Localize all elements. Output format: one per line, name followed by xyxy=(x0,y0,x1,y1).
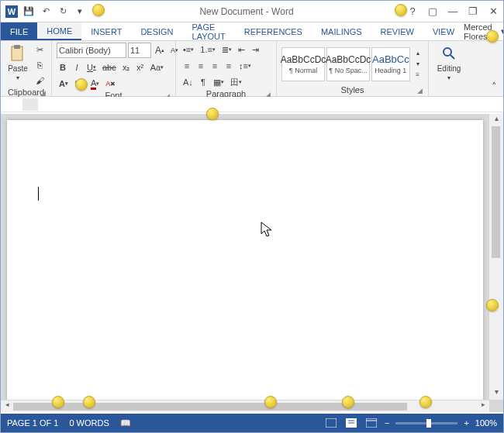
style-normal[interactable]: AaBbCcDc¶ Normal xyxy=(281,47,325,81)
bullets-button[interactable]: •≡▾ xyxy=(181,43,196,57)
style-no-spacing[interactable]: AaBbCcDc¶ No Spac... xyxy=(326,47,370,81)
save-button[interactable]: 💾 xyxy=(21,4,36,19)
view-web-layout[interactable] xyxy=(364,417,378,429)
document-page[interactable] xyxy=(7,120,483,412)
multilevel-list-button[interactable]: ≣▾ xyxy=(219,43,234,57)
styles-row-up[interactable]: ▴ xyxy=(412,48,424,59)
italic-button[interactable]: I xyxy=(71,60,83,74)
paste-button[interactable]: Paste ▾ xyxy=(5,43,30,83)
view-read-mode[interactable] xyxy=(324,417,338,429)
group-clipboard: Paste ▾ ✂ ⎘ 🖌 Clipboard◢ xyxy=(1,41,52,96)
text-effects-button[interactable]: A▾ xyxy=(57,77,71,91)
svg-text:W: W xyxy=(8,7,16,16)
tab-mailings[interactable]: MAILINGS xyxy=(312,22,371,40)
shading-button[interactable]: ▦▾ xyxy=(211,75,226,89)
align-center-button[interactable]: ≡ xyxy=(195,59,207,73)
clipboard-launcher[interactable]: ◢ xyxy=(39,89,47,97)
group-styles: AaBbCcDc¶ Normal AaBbCcDc¶ No Spac... Aa… xyxy=(277,41,429,96)
status-page[interactable]: PAGE 1 OF 1 xyxy=(7,418,58,428)
editing-button[interactable]: Editing ▾ xyxy=(436,43,463,83)
zoom-out-button[interactable]: − xyxy=(385,418,389,428)
justify-button[interactable]: ≡ xyxy=(223,59,235,73)
clear-formatting-button[interactable]: A✖ xyxy=(103,77,118,91)
font-size-combo[interactable] xyxy=(128,43,151,58)
group-paragraph: •≡▾ 1.≡▾ ≣▾ ⇤ ⇥ ≡ ≡ ≡ ≡ ↕≡▾ A↓ ¶ ▦▾ 田▾ P… xyxy=(176,41,277,96)
tab-home[interactable]: HOME xyxy=(37,22,81,40)
increase-indent-button[interactable]: ⇥ xyxy=(250,43,262,57)
align-left-button[interactable]: ≡ xyxy=(181,59,193,73)
sort-button[interactable]: A↓ xyxy=(181,75,195,89)
close-button[interactable]: ✕ xyxy=(486,5,500,17)
paste-icon xyxy=(7,44,29,63)
tab-review[interactable]: REVIEW xyxy=(371,22,423,40)
scroll-down-arrow[interactable]: ▾ xyxy=(489,387,503,400)
quick-access-toolbar: W 💾 ↶ ↻ ▾ xyxy=(4,4,88,19)
undo-button[interactable]: ↶ xyxy=(38,4,54,19)
svg-rect-6 xyxy=(326,418,337,428)
zoom-in-button[interactable]: + xyxy=(464,418,468,428)
ruler-horizontal[interactable] xyxy=(1,97,503,112)
tab-file[interactable]: FILE xyxy=(1,22,37,40)
group-font: A▴ A▾ B I U▾ abc x₂ x² Aa▾ A▾ ✎▾ A▾ A✖ F… xyxy=(52,41,176,96)
text-cursor xyxy=(38,187,39,201)
show-hide-button[interactable]: ¶ xyxy=(197,75,209,89)
styles-row-down[interactable]: ▾ xyxy=(412,59,424,70)
redo-button[interactable]: ↻ xyxy=(55,4,71,19)
document-area: ▴ ▾ ◂ ▸ xyxy=(1,114,503,412)
tab-page-layout[interactable]: PAGE LAYOUT xyxy=(183,22,235,40)
paste-label: Paste xyxy=(8,64,28,73)
cut-button[interactable]: ✂ xyxy=(33,43,47,57)
window-buttons: ? ▢ — ❐ ✕ xyxy=(406,5,500,17)
scroll-up-arrow[interactable]: ▴ xyxy=(489,114,503,126)
zoom-percentage[interactable]: 100% xyxy=(475,418,497,428)
align-right-button[interactable]: ≡ xyxy=(209,59,221,73)
word-icon[interactable]: W xyxy=(4,4,19,19)
copy-button[interactable]: ⎘ xyxy=(33,58,47,72)
ribbon-display-options[interactable]: ▢ xyxy=(426,5,440,17)
grow-font-button[interactable]: A▴ xyxy=(153,43,167,57)
vertical-scrollbar[interactable]: ▴ ▾ xyxy=(489,114,503,400)
ribbon-tabs: FILE HOME INSERT DESIGN PAGE LAYOUT REFE… xyxy=(1,22,503,41)
svg-point-4 xyxy=(444,48,451,56)
borders-button[interactable]: 田▾ xyxy=(228,75,244,89)
tab-insert[interactable]: INSERT xyxy=(81,22,131,40)
horizontal-scrollbar[interactable]: ◂ ▸ xyxy=(1,400,489,412)
qat-customize[interactable]: ▾ xyxy=(72,4,88,19)
tab-design[interactable]: DESIGN xyxy=(131,22,182,40)
svg-rect-10 xyxy=(366,418,377,428)
zoom-slider[interactable] xyxy=(395,422,457,424)
styles-launcher[interactable]: ◢ xyxy=(416,87,423,95)
status-bar: PAGE 1 OF 1 0 WORDS 📖 − + 100% xyxy=(1,414,503,432)
format-painter-button[interactable]: 🖌 xyxy=(33,74,47,88)
decrease-indent-button[interactable]: ⇤ xyxy=(236,43,248,57)
line-spacing-button[interactable]: ↕≡▾ xyxy=(236,59,254,73)
font-name-combo[interactable] xyxy=(57,43,126,58)
font-color-button[interactable]: A▾ xyxy=(88,77,102,91)
tab-references[interactable]: REFERENCES xyxy=(235,22,312,40)
underline-button[interactable]: U▾ xyxy=(85,60,98,74)
styles-group-label: Styles xyxy=(341,85,364,95)
styles-more[interactable]: ≡ xyxy=(412,70,424,81)
superscript-button[interactable]: x² xyxy=(134,60,147,74)
tab-view[interactable]: VIEW xyxy=(423,22,464,40)
status-word-count[interactable]: 0 WORDS xyxy=(69,418,109,428)
change-case-button[interactable]: Aa▾ xyxy=(148,60,166,74)
editing-label: Editing xyxy=(437,64,461,73)
strikethrough-button[interactable]: abc xyxy=(100,60,119,74)
svg-rect-3 xyxy=(14,45,20,49)
status-proofing-icon[interactable]: 📖 xyxy=(120,418,131,428)
numbering-button[interactable]: 1.≡▾ xyxy=(198,43,218,57)
group-editing: Editing ▾ xyxy=(429,41,469,96)
title-bar: W 💾 ↶ ↻ ▾ New Document - Word ? ▢ — ❐ ✕ xyxy=(1,1,503,22)
help-button[interactable]: ? xyxy=(406,5,419,17)
restore-button[interactable]: ❐ xyxy=(466,5,480,17)
style-heading-1[interactable]: AaBbCcHeading 1 xyxy=(371,47,410,81)
svg-line-5 xyxy=(450,55,454,59)
bold-button[interactable]: B xyxy=(57,60,69,74)
window-title: New Document - Word xyxy=(88,6,406,17)
view-print-layout[interactable] xyxy=(344,417,358,429)
minimize-button[interactable]: — xyxy=(446,5,460,17)
collapse-ribbon-button[interactable]: ˄ xyxy=(488,79,500,93)
find-icon xyxy=(438,44,460,63)
subscript-button[interactable]: x₂ xyxy=(120,60,133,74)
